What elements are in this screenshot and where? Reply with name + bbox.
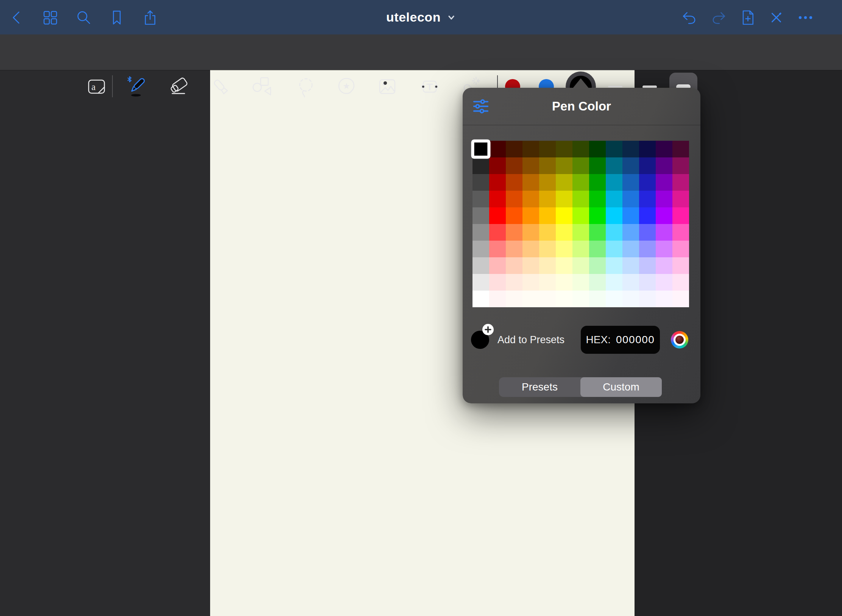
color-cell[interactable] — [622, 257, 639, 274]
bookmark-button[interactable] — [106, 6, 128, 28]
color-wheel-button[interactable] — [671, 331, 688, 348]
color-cell[interactable] — [572, 241, 589, 257]
color-cell[interactable] — [489, 241, 506, 257]
color-cell[interactable] — [589, 291, 606, 307]
text-tool[interactable] — [418, 75, 442, 99]
undo-button[interactable] — [678, 6, 700, 28]
color-cell[interactable] — [589, 224, 606, 241]
color-cell[interactable] — [472, 174, 489, 191]
color-cell[interactable] — [556, 241, 572, 257]
color-cell[interactable] — [572, 141, 589, 157]
color-cell[interactable] — [572, 257, 589, 274]
color-cell[interactable] — [506, 191, 522, 207]
more-options-button[interactable] — [794, 6, 816, 28]
color-cell[interactable] — [639, 157, 656, 174]
color-cell[interactable] — [656, 157, 672, 174]
hex-input[interactable]: HEX: 000000 — [581, 326, 660, 354]
color-cell[interactable] — [556, 224, 572, 241]
document-title-menu[interactable]: utelecon — [386, 0, 456, 34]
color-cell[interactable] — [572, 224, 589, 241]
color-cell[interactable] — [672, 257, 689, 274]
pen-tool[interactable] — [123, 75, 150, 99]
color-cell[interactable] — [472, 241, 489, 257]
color-cell[interactable] — [472, 291, 489, 307]
color-cell[interactable] — [622, 274, 639, 291]
color-cell[interactable] — [656, 224, 672, 241]
color-cell[interactable] — [472, 224, 489, 241]
add-to-presets-button[interactable] — [482, 324, 494, 335]
color-cell[interactable] — [656, 274, 672, 291]
color-cell[interactable] — [606, 174, 622, 191]
color-cell[interactable] — [539, 241, 556, 257]
color-cell[interactable] — [606, 291, 622, 307]
color-cell[interactable] — [672, 141, 689, 157]
color-cell[interactable] — [506, 141, 522, 157]
color-cell[interactable] — [639, 224, 656, 241]
color-cell[interactable] — [556, 191, 572, 207]
color-cell[interactable] — [622, 241, 639, 257]
toggle-edit-mode-button[interactable] — [765, 6, 787, 28]
color-cell[interactable] — [489, 257, 506, 274]
color-cell[interactable] — [506, 157, 522, 174]
color-cell[interactable] — [572, 291, 589, 307]
color-cell[interactable] — [622, 141, 639, 157]
color-cell[interactable] — [506, 224, 522, 241]
color-cell[interactable] — [522, 207, 539, 224]
color-cell[interactable] — [539, 274, 556, 291]
color-cell[interactable] — [656, 207, 672, 224]
image-tool[interactable] — [375, 75, 399, 99]
color-cell[interactable] — [656, 291, 672, 307]
color-cell[interactable] — [622, 291, 639, 307]
color-cell[interactable] — [606, 191, 622, 207]
color-cell[interactable] — [639, 291, 656, 307]
color-cell[interactable] — [622, 157, 639, 174]
color-cell[interactable] — [572, 191, 589, 207]
color-cell[interactable] — [639, 191, 656, 207]
color-cell[interactable] — [506, 241, 522, 257]
color-cell[interactable] — [656, 257, 672, 274]
color-cell[interactable] — [589, 157, 606, 174]
color-cell[interactable] — [522, 141, 539, 157]
tab-presets[interactable]: Presets — [499, 377, 580, 397]
color-cell[interactable] — [489, 207, 506, 224]
color-cell[interactable] — [672, 241, 689, 257]
lasso-tool[interactable] — [294, 75, 318, 99]
color-cell[interactable] — [506, 174, 522, 191]
color-cell[interactable] — [672, 207, 689, 224]
search-button[interactable] — [72, 6, 94, 28]
color-cell[interactable] — [572, 207, 589, 224]
color-cell[interactable] — [656, 174, 672, 191]
color-cell[interactable] — [589, 274, 606, 291]
color-cell[interactable] — [522, 274, 539, 291]
color-cell[interactable] — [572, 174, 589, 191]
color-cell[interactable] — [672, 174, 689, 191]
color-cell[interactable] — [606, 157, 622, 174]
color-cell[interactable] — [639, 257, 656, 274]
color-cell[interactable] — [589, 207, 606, 224]
color-cell[interactable] — [539, 257, 556, 274]
shapes-tool[interactable] — [250, 75, 274, 99]
color-cell[interactable] — [672, 274, 689, 291]
color-cell[interactable] — [522, 174, 539, 191]
color-cell[interactable] — [522, 291, 539, 307]
color-cell[interactable] — [639, 241, 656, 257]
color-cell[interactable] — [472, 207, 489, 224]
color-cell[interactable] — [489, 274, 506, 291]
color-cell[interactable] — [672, 191, 689, 207]
color-cell[interactable] — [472, 191, 489, 207]
color-cell[interactable] — [672, 224, 689, 241]
color-cell[interactable] — [606, 274, 622, 291]
color-cell[interactable] — [522, 224, 539, 241]
color-cell[interactable] — [522, 191, 539, 207]
color-cell[interactable] — [622, 174, 639, 191]
color-cell[interactable] — [539, 174, 556, 191]
color-cell[interactable] — [472, 274, 489, 291]
back-button[interactable] — [6, 6, 28, 28]
color-cell[interactable] — [589, 174, 606, 191]
color-cell[interactable] — [539, 141, 556, 157]
color-cell[interactable] — [589, 141, 606, 157]
add-page-button[interactable] — [737, 6, 759, 28]
color-cell[interactable] — [556, 157, 572, 174]
color-cell[interactable] — [539, 207, 556, 224]
color-cell[interactable] — [522, 241, 539, 257]
